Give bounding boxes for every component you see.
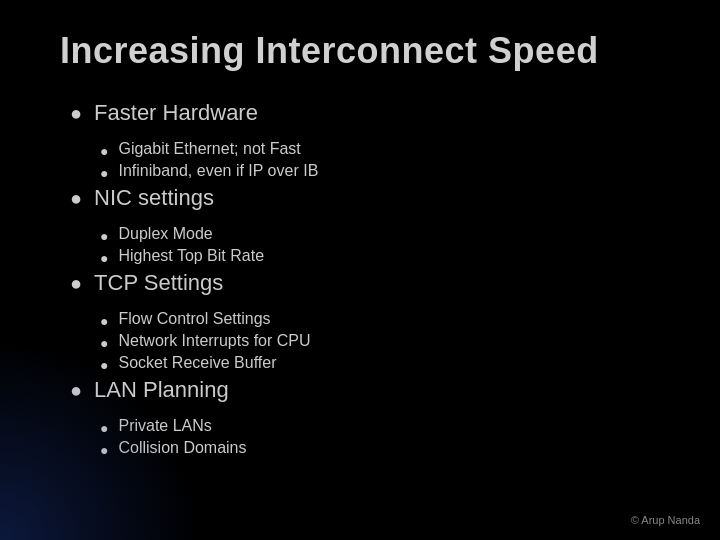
bullet-icon-sub: ●: [100, 357, 108, 373]
sub-list-lan-planning: ● Private LANs ● Collision Domains: [100, 417, 670, 458]
sub-label: Infiniband, even if IP over IB: [118, 162, 318, 180]
sub-list-nic-settings: ● Duplex Mode ● Highest Top Bit Rate: [100, 225, 670, 266]
list-item: ● Network Interrupts for CPU: [100, 332, 670, 351]
slide: Increasing Interconnect Speed ● Faster H…: [0, 0, 720, 540]
sub-label: Socket Receive Buffer: [118, 354, 276, 372]
main-label-nic-settings: NIC settings: [94, 185, 214, 211]
bullet-icon-sub: ●: [100, 228, 108, 244]
bullet-icon-sub: ●: [100, 250, 108, 266]
main-item-tcp-settings: ● TCP Settings: [70, 270, 670, 296]
list-item: ● Socket Receive Buffer: [100, 354, 670, 373]
bullet-icon-lan-planning: ●: [70, 379, 82, 402]
sub-label: Flow Control Settings: [118, 310, 270, 328]
content-area: ● Faster Hardware ● Gigabit Ethernet; no…: [60, 100, 670, 458]
bullet-icon-sub: ●: [100, 442, 108, 458]
section-faster-hardware: ● Faster Hardware ● Gigabit Ethernet; no…: [70, 100, 670, 181]
sub-label: Collision Domains: [118, 439, 246, 457]
copyright-text: © Arup Nanda: [631, 514, 700, 526]
list-item: ● Gigabit Ethernet; not Fast: [100, 140, 670, 159]
main-label-tcp-settings: TCP Settings: [94, 270, 223, 296]
list-item: ● Infiniband, even if IP over IB: [100, 162, 670, 181]
bullet-icon-nic-settings: ●: [70, 187, 82, 210]
bullet-icon-sub: ●: [100, 313, 108, 329]
slide-title: Increasing Interconnect Speed: [60, 30, 670, 72]
sub-label: Gigabit Ethernet; not Fast: [118, 140, 300, 158]
list-item: ● Collision Domains: [100, 439, 670, 458]
sub-label: Private LANs: [118, 417, 211, 435]
bullet-icon-tcp-settings: ●: [70, 272, 82, 295]
bullet-icon-sub: ●: [100, 165, 108, 181]
section-tcp-settings: ● TCP Settings ● Flow Control Settings ●…: [70, 270, 670, 373]
bullet-icon-sub: ●: [100, 335, 108, 351]
main-item-faster-hardware: ● Faster Hardware: [70, 100, 670, 126]
sub-label: Highest Top Bit Rate: [118, 247, 264, 265]
main-item-lan-planning: ● LAN Planning: [70, 377, 670, 403]
sub-list-faster-hardware: ● Gigabit Ethernet; not Fast ● Infiniban…: [100, 140, 670, 181]
bullet-icon-sub: ●: [100, 143, 108, 159]
list-item: ● Flow Control Settings: [100, 310, 670, 329]
list-item: ● Duplex Mode: [100, 225, 670, 244]
sub-list-tcp-settings: ● Flow Control Settings ● Network Interr…: [100, 310, 670, 373]
section-nic-settings: ● NIC settings ● Duplex Mode ● Highest T…: [70, 185, 670, 266]
list-item: ● Private LANs: [100, 417, 670, 436]
sub-label: Duplex Mode: [118, 225, 212, 243]
section-lan-planning: ● LAN Planning ● Private LANs ● Collisio…: [70, 377, 670, 458]
bullet-icon-faster-hardware: ●: [70, 102, 82, 125]
bullet-icon-sub: ●: [100, 420, 108, 436]
sub-label: Network Interrupts for CPU: [118, 332, 310, 350]
main-item-nic-settings: ● NIC settings: [70, 185, 670, 211]
list-item: ● Highest Top Bit Rate: [100, 247, 670, 266]
main-label-lan-planning: LAN Planning: [94, 377, 229, 403]
main-label-faster-hardware: Faster Hardware: [94, 100, 258, 126]
